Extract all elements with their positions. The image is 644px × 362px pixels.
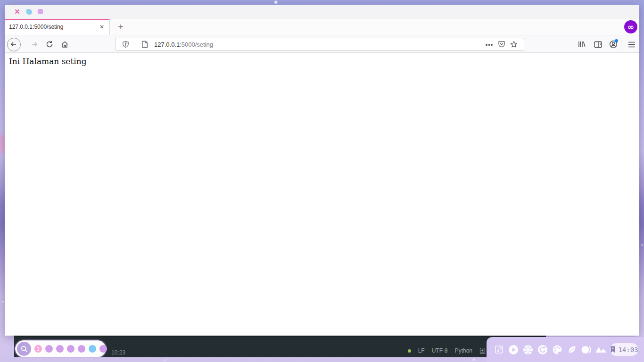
feedback-document-icon[interactable] xyxy=(479,347,486,354)
page-body-text: Ini Halaman seting xyxy=(9,57,87,66)
urlbar-separator xyxy=(135,41,135,48)
dock-app-dot-5[interactable] xyxy=(78,345,85,353)
sidebar-icon xyxy=(594,41,602,48)
maximize-icon xyxy=(38,9,43,14)
window-close-button[interactable]: ✕ xyxy=(14,8,20,15)
search-icon xyxy=(21,346,28,353)
toolbar-separator xyxy=(621,40,621,49)
media-play-icon[interactable] xyxy=(508,344,519,355)
private-browsing-badge: ∞ xyxy=(624,20,637,33)
tray-clock-text: 14:03 xyxy=(618,346,638,354)
reload-icon xyxy=(46,41,53,48)
new-tab-button[interactable]: + xyxy=(115,21,126,33)
app-menu-button[interactable] xyxy=(626,35,638,53)
dock: 1 xyxy=(15,340,106,357)
home-icon xyxy=(61,41,69,49)
reload-button[interactable] xyxy=(42,35,57,53)
page-actions-button[interactable]: ••• xyxy=(483,38,495,50)
statusbar-clock: 10:23 xyxy=(111,349,125,356)
home-button[interactable] xyxy=(58,35,72,53)
notification-badge: 1 xyxy=(37,346,40,352)
pocket-icon[interactable] xyxy=(495,38,508,50)
window-titlebar: ✕ xyxy=(5,5,639,19)
forward-button xyxy=(27,35,41,53)
browser-window: ✕ 127.0.0.1:5000/seting ✕ + ∞ xyxy=(5,5,639,336)
music-app-icon[interactable] xyxy=(493,344,504,355)
statusbar-eol[interactable]: LF xyxy=(418,347,425,354)
library-icon xyxy=(578,41,586,48)
url-bar[interactable]: 127.0.0.1:5000/seting ••• xyxy=(115,38,524,51)
page-content: Ini Halaman seting xyxy=(5,53,639,336)
navigation-toolbar: 127.0.0.1:5000/seting ••• xyxy=(5,35,639,53)
tab-title: 127.0.0.1:5000/seting xyxy=(9,24,63,30)
dock-app-dot-1[interactable]: 1 xyxy=(34,345,42,353)
hamburger-icon xyxy=(628,41,636,48)
dock-app-dot-4[interactable] xyxy=(67,345,74,353)
url-path: :5000/seting xyxy=(180,41,213,48)
tray-clock[interactable]: 14:03 xyxy=(610,343,638,356)
tab-accent-stripe xyxy=(5,19,109,20)
status-indicator-dot xyxy=(408,349,411,353)
bookmark-star-icon[interactable] xyxy=(508,38,520,50)
account-notification-dot xyxy=(615,39,618,42)
dock-search-button[interactable] xyxy=(17,342,31,356)
statusbar-encoding[interactable]: UTF-8 xyxy=(432,347,448,354)
url-text: 127.0.0.1:5000/seting xyxy=(154,41,213,48)
account-button[interactable] xyxy=(607,35,619,53)
back-button[interactable] xyxy=(6,35,21,53)
dock-app-dot-2[interactable] xyxy=(45,345,53,353)
palette-icon[interactable] xyxy=(552,344,563,355)
minimize-icon xyxy=(26,9,32,15)
statusbar-language[interactable]: Python xyxy=(455,347,472,354)
library-button[interactable] xyxy=(576,35,588,53)
update-refresh-icon[interactable] xyxy=(537,344,548,355)
system-tray-panel: 14:03 xyxy=(487,337,644,362)
leaf-icon[interactable] xyxy=(566,344,578,355)
camera-shutter-icon[interactable] xyxy=(522,344,534,355)
back-icon xyxy=(7,38,21,51)
sidebar-button[interactable] xyxy=(592,35,604,53)
tab-strip: 127.0.0.1:5000/seting ✕ + xyxy=(5,19,639,35)
tab-close-button[interactable]: ✕ xyxy=(98,23,106,31)
tracking-shield-icon[interactable] xyxy=(119,38,132,50)
forward-icon xyxy=(31,41,38,48)
tab-active[interactable]: 127.0.0.1:5000/seting ✕ xyxy=(5,19,110,35)
statusbar-right-items: LF UTF-8 Python xyxy=(408,344,486,358)
dock-app-dot-7[interactable] xyxy=(99,345,107,353)
mountains-icon[interactable] xyxy=(595,344,607,355)
page-info-icon[interactable] xyxy=(139,38,151,50)
dock-app-dot-6[interactable] xyxy=(89,345,96,353)
bookmark-icon xyxy=(610,346,616,353)
window-minimize-button[interactable] xyxy=(26,8,32,15)
url-host: 127.0.0.1 xyxy=(154,41,180,48)
dock-app-dot-3[interactable] xyxy=(56,345,64,353)
private-mask-icon: ∞ xyxy=(627,22,634,32)
night-light-icon[interactable] xyxy=(581,344,592,355)
window-maximize-button[interactable] xyxy=(37,8,43,15)
